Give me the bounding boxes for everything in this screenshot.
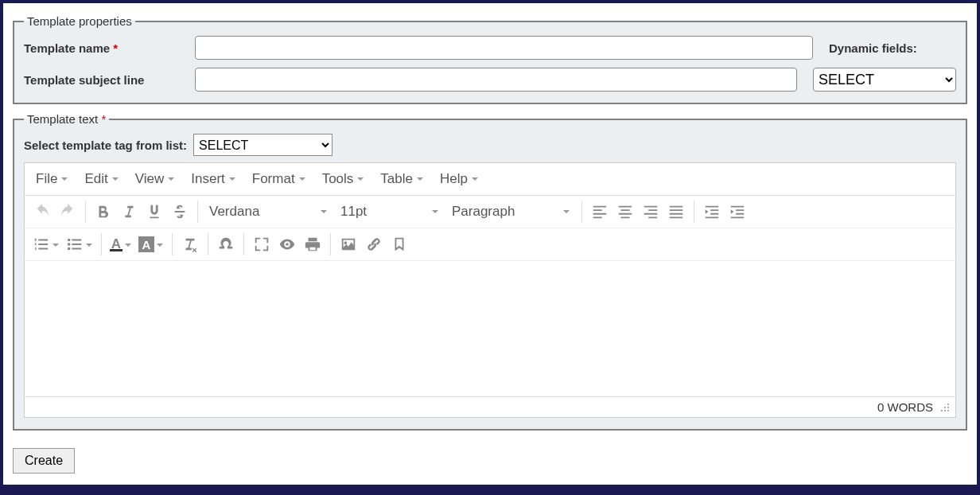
chevron-down-icon [167,171,175,187]
editor-menubar: File Edit View Insert Format Tools Table… [25,163,955,196]
outdent-button[interactable] [699,199,725,224]
menu-tools[interactable]: Tools [314,168,373,190]
menu-table[interactable]: Table [372,168,432,190]
chevron-down-icon [156,238,164,251]
menu-help[interactable]: Help [432,168,487,190]
indent-button[interactable] [725,199,750,224]
insert-image-button[interactable] [336,232,361,257]
insert-link-button[interactable] [361,232,387,257]
editor-toolbar-1: Verdana 11pt Paragraph [25,196,955,228]
align-center-button[interactable] [612,199,638,224]
chevron-down-icon [320,204,328,220]
template-text-fieldset: Template text * Select template tag from… [13,112,967,431]
text-color-button[interactable]: A [107,232,135,257]
menu-view[interactable]: View [127,168,184,190]
template-properties-legend: Template properties [24,14,135,28]
chevron-down-icon [60,171,68,187]
undo-button[interactable] [29,199,55,224]
create-button[interactable]: Create [13,448,75,474]
editor-toolbar-2: A A [25,228,955,261]
chevron-down-icon [124,238,132,251]
print-button[interactable] [300,232,325,257]
align-justify-button[interactable] [663,199,689,224]
word-count-label: 0 WORDS [877,400,933,414]
align-left-button[interactable] [587,199,612,224]
font-size-dropdown[interactable]: 11pt [334,199,445,224]
menu-file[interactable]: File [28,168,76,190]
strikethrough-button[interactable] [167,199,192,224]
resize-grip-icon[interactable] [939,400,949,414]
bold-button[interactable] [91,199,116,224]
chevron-down-icon [471,171,479,187]
preview-button[interactable] [274,232,300,257]
chevron-down-icon [356,171,364,187]
template-subject-input[interactable] [195,68,797,92]
italic-button[interactable] [116,199,142,224]
chevron-down-icon [85,238,93,251]
chevron-down-icon [298,171,306,187]
chevron-down-icon [562,204,570,220]
rich-text-editor: File Edit View Insert Format Tools Table… [24,162,956,418]
font-family-dropdown[interactable]: Verdana [203,199,334,224]
template-name-label: Template name * [24,41,195,55]
dynamic-fields-select[interactable]: SELECT [813,68,956,92]
numbered-list-button[interactable] [29,232,63,257]
chevron-down-icon [228,171,236,187]
background-color-button[interactable]: A [135,232,167,257]
dynamic-fields-label: Dynamic fields: [813,41,956,55]
block-format-dropdown[interactable]: Paragraph [445,199,577,224]
editor-content-area[interactable] [25,261,955,396]
chevron-down-icon [431,204,439,220]
menu-format[interactable]: Format [244,168,314,190]
clear-formatting-button[interactable] [177,232,203,257]
template-tag-select[interactable]: SELECT [193,134,332,156]
template-tag-label: Select template tag from list: [24,138,187,152]
chevron-down-icon [52,238,60,251]
template-name-input[interactable] [195,36,813,60]
menu-edit[interactable]: Edit [76,168,126,190]
template-text-legend: Template text * [24,112,109,126]
anchor-button[interactable] [387,232,412,257]
underline-button[interactable] [142,199,167,224]
template-subject-label: Template subject line [24,73,195,87]
chevron-down-icon [111,171,119,187]
chevron-down-icon [416,171,424,187]
align-right-button[interactable] [638,199,663,224]
special-character-button[interactable] [213,232,239,257]
fullscreen-button[interactable] [249,232,274,257]
bullet-list-button[interactable] [63,232,96,257]
menu-insert[interactable]: Insert [183,168,244,190]
template-properties-fieldset: Template properties Template name * Dyna… [13,14,967,104]
redo-button[interactable] [55,199,80,224]
editor-statusbar: 0 WORDS [25,396,955,417]
